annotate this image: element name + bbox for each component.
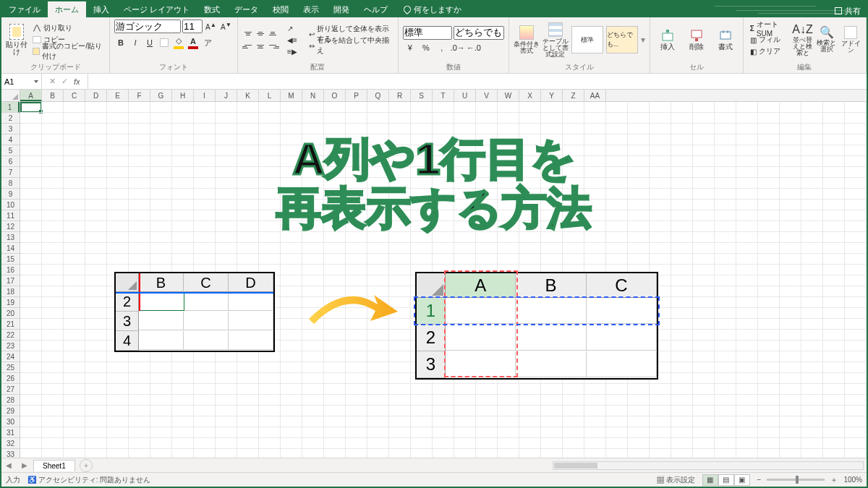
col-header-D[interactable]: D bbox=[85, 90, 107, 101]
select-all-corner[interactable] bbox=[1, 90, 20, 102]
cut-button[interactable]: 切り取り bbox=[30, 23, 105, 34]
col-header-H[interactable]: H bbox=[172, 90, 194, 101]
col-header-X[interactable]: X bbox=[519, 90, 541, 101]
zoom-slider[interactable] bbox=[767, 479, 825, 481]
decrease-decimal-button[interactable]: ←.0 bbox=[467, 41, 481, 54]
col-header-F[interactable]: F bbox=[129, 90, 150, 101]
phonetic-button[interactable]: ア bbox=[201, 36, 214, 49]
tab-home[interactable]: ホーム bbox=[48, 1, 86, 17]
col-header-R[interactable]: R bbox=[389, 90, 411, 101]
row-header-24[interactable]: 24 bbox=[1, 351, 20, 362]
col-header-Q[interactable]: Q bbox=[367, 90, 389, 101]
col-header-Y[interactable]: Y bbox=[541, 90, 563, 101]
format-cells-button[interactable]: 書式 bbox=[712, 20, 739, 60]
align-right-button[interactable] bbox=[267, 40, 279, 52]
fill-button[interactable]: ▥フィル bbox=[748, 35, 789, 46]
insert-cells-button[interactable]: 挿入 bbox=[655, 20, 681, 60]
page-layout-view-button[interactable]: ▤ bbox=[718, 474, 734, 486]
row-header-30[interactable]: 30 bbox=[1, 416, 20, 427]
indent-increase-button[interactable]: ≡▶ bbox=[285, 46, 299, 57]
new-sheet-button[interactable]: ＋ bbox=[80, 459, 93, 472]
merge-center-button[interactable]: ⇔セルを結合して中央揃え bbox=[307, 40, 393, 51]
col-header-S[interactable]: S bbox=[411, 90, 433, 101]
row-header-33[interactable]: 33 bbox=[1, 449, 20, 458]
indent-decrease-button[interactable]: ◀≡ bbox=[285, 35, 299, 46]
enter-formula-button[interactable]: ✓ bbox=[61, 77, 68, 86]
row-header-4[interactable]: 4 bbox=[1, 134, 20, 145]
col-header-N[interactable]: N bbox=[302, 90, 324, 101]
horizontal-scrollbar[interactable] bbox=[553, 461, 864, 470]
row-header-32[interactable]: 32 bbox=[1, 438, 20, 449]
col-header-P[interactable]: P bbox=[346, 90, 367, 101]
row-header-8[interactable]: 8 bbox=[1, 178, 20, 189]
font-name-select[interactable] bbox=[114, 20, 181, 33]
conditional-format-button[interactable]: 条件付き書式 bbox=[514, 20, 540, 60]
tell-me[interactable]: 何をしますか bbox=[398, 1, 467, 17]
row-header-2[interactable]: 2 bbox=[1, 113, 20, 124]
border-button[interactable] bbox=[158, 36, 171, 49]
col-header-A[interactable]: A bbox=[20, 90, 42, 101]
row-header-23[interactable]: 23 bbox=[1, 341, 20, 351]
row-header-12[interactable]: 12 bbox=[1, 221, 20, 232]
tab-dev[interactable]: 開発 bbox=[326, 1, 357, 17]
col-header-G[interactable]: G bbox=[150, 90, 172, 101]
bold-button[interactable]: B bbox=[114, 36, 127, 49]
row-header-16[interactable]: 16 bbox=[1, 265, 20, 275]
format-table-button[interactable]: テーブルとして書式設定 bbox=[542, 20, 569, 60]
tab-formulas[interactable]: 数式 bbox=[197, 1, 227, 17]
sheet-nav-prev[interactable]: ◀ bbox=[1, 461, 16, 469]
col-header-T[interactable]: T bbox=[433, 90, 454, 101]
percent-button[interactable]: % bbox=[419, 41, 433, 54]
col-header-B[interactable]: B bbox=[42, 90, 64, 101]
col-header-C[interactable]: C bbox=[64, 90, 85, 101]
italic-button[interactable]: I bbox=[129, 36, 142, 49]
align-middle-button[interactable] bbox=[255, 27, 267, 39]
delete-cells-button[interactable]: 削除 bbox=[684, 20, 710, 60]
number-format-select[interactable] bbox=[403, 26, 452, 40]
row-header-19[interactable]: 19 bbox=[1, 297, 20, 308]
row-header-7[interactable]: 7 bbox=[1, 167, 20, 178]
tab-help[interactable]: ヘルプ bbox=[357, 1, 395, 17]
align-left-button[interactable] bbox=[242, 40, 255, 52]
find-select-button[interactable]: 🔍検索と選択 bbox=[816, 20, 837, 60]
col-header-U[interactable]: U bbox=[454, 90, 476, 101]
page-break-view-button[interactable]: ▣ bbox=[734, 474, 750, 486]
paste-button[interactable]: 貼り付け bbox=[6, 20, 27, 60]
tab-data[interactable]: データ bbox=[227, 1, 265, 17]
display-settings-button[interactable]: ▦ 表示設定 bbox=[657, 475, 695, 485]
row-header-13[interactable]: 13 bbox=[1, 232, 20, 243]
sheet-tab-1[interactable]: Sheet1 bbox=[33, 460, 75, 471]
row-header-20[interactable]: 20 bbox=[1, 308, 20, 319]
zoom-in-button[interactable]: ＋ bbox=[830, 475, 838, 485]
row-header-11[interactable]: 11 bbox=[1, 210, 20, 221]
col-header-L[interactable]: L bbox=[259, 90, 281, 101]
accounting-button[interactable]: ¥ bbox=[403, 41, 417, 54]
col-header-O[interactable]: O bbox=[324, 90, 346, 101]
col-header-AA[interactable]: AA bbox=[584, 90, 606, 101]
font-size-select[interactable] bbox=[182, 20, 203, 33]
tab-insert[interactable]: 挿入 bbox=[86, 1, 116, 17]
row-header-28[interactable]: 28 bbox=[1, 395, 20, 406]
fill-color-button[interactable]: ◇ bbox=[172, 36, 185, 49]
row-header-9[interactable]: 9 bbox=[1, 189, 20, 200]
row-header-14[interactable]: 14 bbox=[1, 243, 20, 254]
row-header-27[interactable]: 27 bbox=[1, 384, 20, 395]
row-header-25[interactable]: 25 bbox=[1, 362, 20, 373]
tab-view[interactable]: 表示 bbox=[296, 1, 326, 17]
row-header-3[interactable]: 3 bbox=[1, 124, 20, 134]
align-bottom-button[interactable] bbox=[267, 27, 279, 39]
number-format-any[interactable] bbox=[454, 26, 504, 40]
underline-button[interactable]: U bbox=[143, 36, 156, 49]
normal-view-button[interactable]: ▦ bbox=[702, 474, 718, 486]
row-header-29[interactable]: 29 bbox=[1, 406, 20, 416]
col-header-M[interactable]: M bbox=[281, 90, 302, 101]
row-header-5[interactable]: 5 bbox=[1, 145, 20, 156]
row-header-1[interactable]: 1 bbox=[1, 102, 20, 113]
row-header-18[interactable]: 18 bbox=[1, 286, 20, 297]
cancel-formula-button[interactable]: ✕ bbox=[49, 77, 56, 86]
col-header-Z[interactable]: Z bbox=[563, 90, 584, 101]
addins-button[interactable]: アドイン bbox=[841, 20, 861, 60]
increase-font-button[interactable]: A▲ bbox=[204, 21, 218, 31]
clear-button[interactable]: ◧クリア bbox=[748, 46, 789, 57]
sort-filter-button[interactable]: A↓Z並べ替えと検索と bbox=[792, 20, 813, 60]
